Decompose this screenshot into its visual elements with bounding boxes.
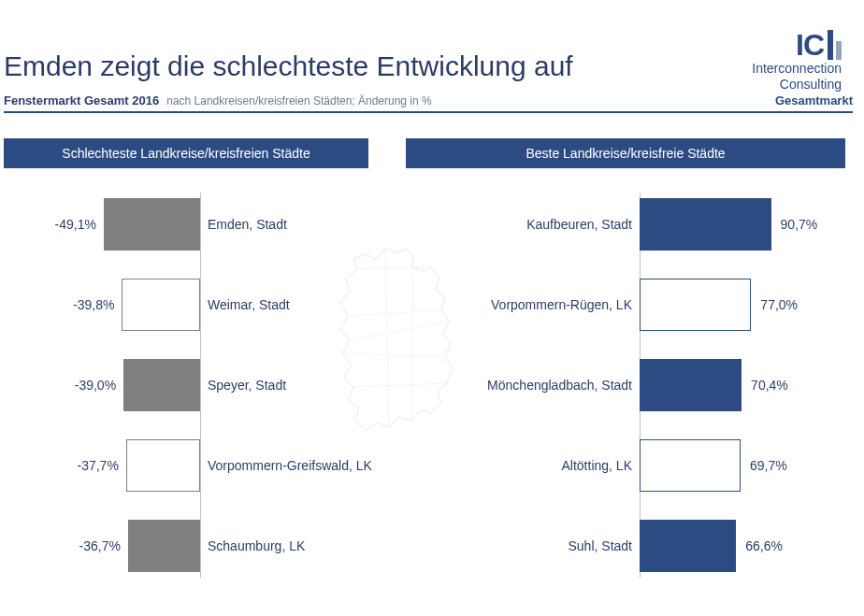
logo-bars-icon <box>828 26 842 60</box>
best-value: 90,7% <box>781 217 818 232</box>
best-label: Mönchengladbach, Stadt <box>406 378 632 393</box>
best-label: Altötting, LK <box>406 458 632 473</box>
logo: IC Interconnection Consulting <box>752 24 842 93</box>
best-row: Altötting, LK69,7% <box>406 439 845 492</box>
best-label: Vorpommern-Rügen, LK <box>406 297 632 312</box>
best-row: Suhl, Stadt66,6% <box>406 520 845 572</box>
best-label: Kaufbeuren, Stadt <box>406 217 632 232</box>
subhead-right: Gesamtmarkt <box>775 93 853 107</box>
worst-value: -39,0% <box>75 378 116 393</box>
worst-label: Vorpommern-Greifswald, LK <box>208 458 372 473</box>
logo-line2: Consulting <box>780 78 842 92</box>
worst-label: Speyer, Stadt <box>208 378 286 393</box>
worst-label: Weimar, Stadt <box>208 297 290 312</box>
worst-value: -39,8% <box>73 297 114 312</box>
worst-row: -49,1%Emden, Stadt <box>4 198 368 251</box>
best-row: Kaufbeuren, Stadt90,7% <box>406 198 845 251</box>
best-value: 66,6% <box>745 538 783 553</box>
columns: Schlechteste Landkreise/kreisfreien Städ… <box>4 138 853 600</box>
logo-icon: IC <box>796 24 842 60</box>
subhead-bold: Fenstermarkt Gesamt 2016 <box>4 93 159 107</box>
best-bar <box>640 198 771 251</box>
worst-row: -36,7%Schaumburg, LK <box>4 520 368 572</box>
best-row: Vorpommern-Rügen, LK77,0% <box>406 279 845 331</box>
best-bar <box>640 359 742 411</box>
worst-bar <box>128 520 200 572</box>
logo-line1: Interconnection <box>752 62 842 76</box>
worst-label: Emden, Stadt <box>208 217 287 232</box>
logo-bar-1 <box>828 30 833 60</box>
worst-bar <box>123 359 200 411</box>
worst-row: -39,8%Weimar, Stadt <box>4 279 368 331</box>
page-title: Emden zeigt die schlechteste Entwicklung… <box>4 19 853 82</box>
best-value: 69,7% <box>750 458 787 473</box>
subheader: Fenstermarkt Gesamt 2016 nach Landkreise… <box>4 93 853 113</box>
worst-row: -39,0%Speyer, Stadt <box>4 359 368 411</box>
subhead-note: nach Landkreisen/kreisfreien Städten; Än… <box>166 94 432 107</box>
worst-row: -37,7%Vorpommern-Greifswald, LK <box>4 439 368 492</box>
worst-bar <box>122 279 200 331</box>
column-worst: Schlechteste Landkreise/kreisfreien Städ… <box>4 138 368 600</box>
best-bar <box>640 439 741 492</box>
logo-ic-text: IC <box>796 30 824 60</box>
worst-title: Schlechteste Landkreise/kreisfreien Städ… <box>4 138 368 168</box>
worst-bar <box>126 439 200 492</box>
worst-label: Schaumburg, LK <box>208 538 305 553</box>
best-bar <box>640 520 736 572</box>
header: IC Interconnection Consulting Emden zeig… <box>4 19 853 122</box>
worst-value: -36,7% <box>79 538 121 553</box>
best-label: Suhl, Stadt <box>406 538 632 553</box>
best-chart: Kaufbeuren, Stadt90,7%Vorpommern-Rügen, … <box>406 198 845 572</box>
worst-value: -49,1% <box>55 217 96 232</box>
logo-bar-2 <box>836 41 842 60</box>
best-title: Beste Landkreise/kreisfreie Städte <box>406 138 845 168</box>
best-value: 70,4% <box>751 378 788 393</box>
best-row: Mönchengladbach, Stadt70,4% <box>406 359 845 411</box>
best-bar <box>640 279 751 331</box>
page: IC Interconnection Consulting Emden zeig… <box>0 0 864 616</box>
worst-value: -37,7% <box>77 458 118 473</box>
worst-bar <box>104 198 200 251</box>
worst-chart: -49,1%Emden, Stadt-39,8%Weimar, Stadt-39… <box>4 198 368 572</box>
best-value: 77,0% <box>760 297 798 312</box>
column-best: Beste Landkreise/kreisfreie Städte Kaufb… <box>406 138 845 600</box>
